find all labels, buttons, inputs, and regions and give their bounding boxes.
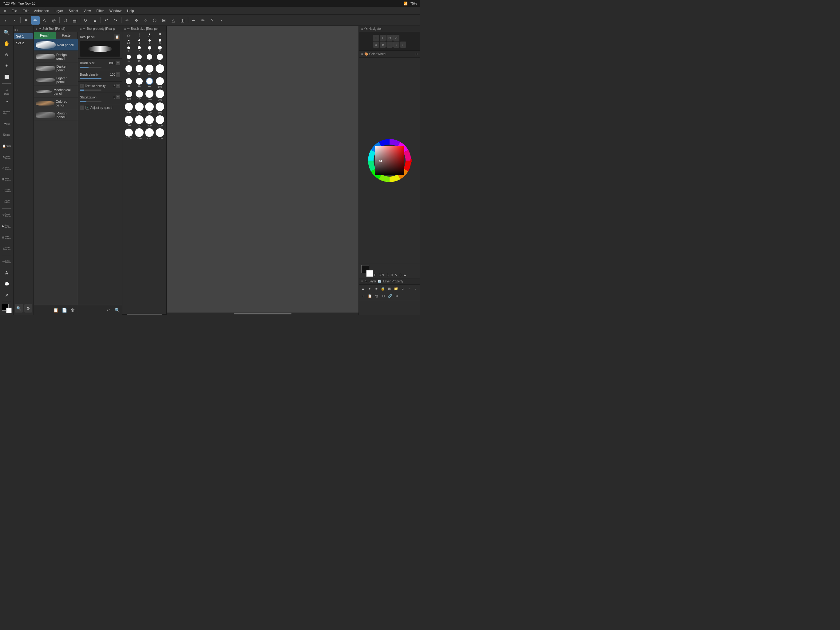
navigator-menu-icon[interactable]: ≡ xyxy=(361,27,363,30)
toolbar-transform[interactable]: ⟳ xyxy=(82,16,90,25)
brush-120[interactable]: 120 xyxy=(124,90,133,100)
brush-800[interactable]: 800 xyxy=(145,116,154,127)
toolbar-help[interactable]: ? xyxy=(208,16,216,25)
duplicate-subtool-btn[interactable]: 📄 xyxy=(61,306,68,314)
tool-execute[interactable]: ▶Execute/Can xyxy=(1,221,12,231)
brush-8[interactable]: 8 xyxy=(145,46,154,52)
sets-menu-btn[interactable]: ≡ xyxy=(14,28,16,32)
tool-cut[interactable]: ✂Cut xyxy=(1,119,12,129)
tool-reset[interactable]: ⟳ResetDisplay xyxy=(1,210,12,220)
stabilization-stepper[interactable]: ⌃ xyxy=(116,95,120,99)
layer-down-btn[interactable]: ↓ xyxy=(413,285,419,291)
brush-7[interactable]: 7 xyxy=(135,46,144,52)
brush-60[interactable]: 60 xyxy=(124,78,133,87)
brush-70[interactable]: 70 xyxy=(135,78,144,88)
tool-balloon[interactable]: 💬 xyxy=(1,279,12,289)
brush-250[interactable]: 250 xyxy=(124,103,133,114)
toolbar-pen2[interactable]: ✏ xyxy=(199,16,207,25)
app-logo[interactable]: ◈ xyxy=(1,8,9,13)
brush-300[interactable]: 300 xyxy=(135,103,144,114)
brush-200[interactable]: 200 xyxy=(155,90,164,101)
layer-copy-btn[interactable]: 📋 xyxy=(367,293,373,299)
brush-10[interactable]: 10 xyxy=(155,46,164,52)
nav-full-btn[interactable]: ⤢ xyxy=(393,35,399,41)
preview-copy-btn[interactable]: 📋 xyxy=(114,34,120,40)
subtool-item-colored-pencil[interactable]: Colored pencil xyxy=(34,98,78,109)
brush-6[interactable]: 6 xyxy=(124,46,133,52)
menu-help[interactable]: Help xyxy=(125,8,136,13)
nav-flip-h-btn[interactable]: ↔ xyxy=(387,41,393,47)
texture-density-stepper[interactable]: ⌃ xyxy=(116,84,120,88)
toolbar-frame[interactable]: ⊟ xyxy=(159,16,168,25)
background-color[interactable] xyxy=(6,308,12,313)
subtool-item-design-pencil[interactable]: Design pencil xyxy=(34,51,78,62)
set-item-2[interactable]: Set 2 xyxy=(14,40,33,46)
brush-700[interactable]: 700 xyxy=(135,116,144,127)
menu-filter[interactable]: Filter xyxy=(94,8,106,13)
toolbar-burst[interactable]: ✳ xyxy=(123,16,131,25)
canvas-scrollbar[interactable] xyxy=(167,313,358,315)
nav-rotate-cw-btn[interactable]: ↻ xyxy=(380,41,386,47)
tool-copy[interactable]: ⧉Copy xyxy=(1,130,12,140)
toolbar-select[interactable]: ⬡ xyxy=(61,16,69,25)
sets-back-btn[interactable]: ‹ xyxy=(17,28,18,32)
texture-density-slider[interactable] xyxy=(80,90,101,91)
copy-subtool-btn[interactable]: 📋 xyxy=(52,306,59,314)
brush-20[interactable]: 20 xyxy=(155,54,164,63)
tool-eraser[interactable]: ⬜ xyxy=(1,72,12,82)
menu-view[interactable]: View xyxy=(81,8,93,13)
tool-mesh-transform[interactable]: ⊞MeshTransfo xyxy=(1,174,12,185)
brush-2000[interactable]: 2000 xyxy=(155,128,164,140)
toolbar-nav-prev[interactable]: ‹ xyxy=(1,16,10,25)
toolbar-fill[interactable]: ◎ xyxy=(49,16,58,25)
layer-lock-btn[interactable]: 🔒 xyxy=(380,285,385,291)
brush-50[interactable]: 50 xyxy=(155,64,164,76)
layer-link-btn[interactable]: 🔗 xyxy=(387,293,393,299)
nav-rotate-ccw-btn[interactable]: ↺ xyxy=(373,41,379,47)
search-btn[interactable]: 🔍 xyxy=(15,304,23,313)
brush-1700[interactable]: 1700 xyxy=(145,128,154,140)
brush-size-slider[interactable] xyxy=(80,67,101,68)
brush-17[interactable]: 17 xyxy=(145,54,154,63)
brush-25[interactable]: 25 xyxy=(124,65,133,75)
color-wheel-expand-btn[interactable]: ⊡ xyxy=(415,52,418,56)
menu-edit[interactable]: Edit xyxy=(20,8,31,13)
brush-size-menu[interactable]: ≡ xyxy=(124,27,126,30)
brush-80[interactable]: 80 xyxy=(145,78,154,88)
brush-600[interactable]: 600 xyxy=(124,116,133,127)
background-swatch[interactable] xyxy=(366,270,373,277)
tool-text[interactable]: A xyxy=(1,268,12,278)
brush-100[interactable]: 100 xyxy=(155,77,164,88)
color-wheel-menu-icon[interactable]: ≡ xyxy=(361,52,363,56)
canvas-area[interactable] xyxy=(167,26,358,315)
layer-property-btn[interactable]: 🔄 xyxy=(377,280,381,283)
subtool-tab-pastel[interactable]: Pastel xyxy=(56,32,78,39)
brush-1200[interactable]: 1200 xyxy=(124,128,133,140)
layer-menu-icon[interactable]: ≡ xyxy=(361,280,363,283)
toolbar-sym[interactable]: ❖ xyxy=(132,16,141,25)
brush-40[interactable]: 40 xyxy=(145,65,154,76)
toolbar-draw[interactable]: ✏ xyxy=(31,16,39,25)
adjust-speed-checkbox[interactable]: ✓ xyxy=(85,106,89,109)
toolbar-triangle[interactable]: △ xyxy=(169,16,177,25)
reset-property-btn[interactable]: ↶ xyxy=(105,306,112,314)
active-swatches[interactable] xyxy=(361,265,373,277)
color-inner-square[interactable] xyxy=(375,146,404,175)
subtool-item-mechanical-pencil[interactable]: Mechanical pencil xyxy=(34,86,78,98)
brush-density-stepper[interactable]: ⌃ xyxy=(116,72,120,77)
tool-flip-v[interactable]: ↕Flip Vertical xyxy=(1,196,12,207)
color-wheel-container[interactable] xyxy=(359,57,420,264)
toolbar-expand[interactable]: › xyxy=(217,16,226,25)
subtool-tab-pencil[interactable]: Pencil xyxy=(34,32,56,39)
tool-flip-h[interactable]: ↔Flip Horizonta xyxy=(1,185,12,196)
nav-prev-page-btn[interactable]: ‹ xyxy=(393,41,399,47)
brush-4[interactable]: 4 xyxy=(145,40,154,44)
subtool-menu-icon[interactable]: ≡ xyxy=(36,27,38,30)
brush-size-stepper[interactable]: ⌃ xyxy=(116,61,120,65)
toolbar-shape[interactable]: ◇ xyxy=(40,16,49,25)
menu-select[interactable]: Select xyxy=(66,8,81,13)
brush-150[interactable]: 150 xyxy=(135,90,144,101)
tool-magic-wand[interactable]: ✦ xyxy=(1,60,12,71)
tool-scale-rotate[interactable]: ⟳ScaleRotate xyxy=(1,152,12,162)
tool-increase-brush[interactable]: ⊟Increase bru xyxy=(1,232,12,242)
